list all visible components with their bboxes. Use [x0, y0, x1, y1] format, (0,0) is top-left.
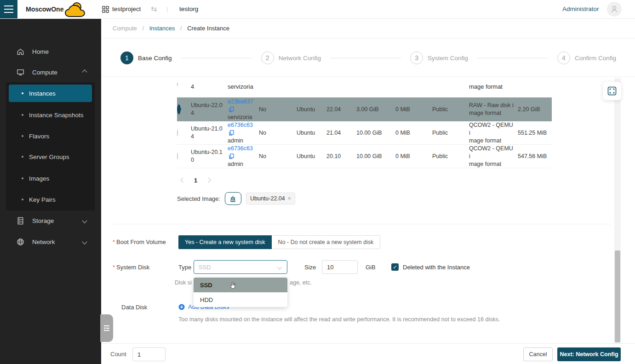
sidebar-item-label: Storage	[32, 217, 54, 224]
radio-button[interactable]	[177, 153, 178, 160]
delete-with-instance-label: Deleted with the Instance	[403, 264, 470, 271]
breadcrumb-instances-link[interactable]: Instances	[149, 25, 175, 32]
type-label: Type	[178, 264, 191, 271]
bullet-icon	[22, 92, 23, 94]
table-row-ubuntu-2104[interactable]: Ubuntu-21.04 e6736c63admin No Ubuntu 21.…	[177, 121, 552, 145]
sidebar-collapse-handle[interactable]	[100, 314, 113, 342]
avatar[interactable]	[607, 2, 622, 17]
step-network-config[interactable]: 2 Network Config	[261, 51, 321, 64]
sidebar-item-label: Server Groups	[29, 154, 69, 160]
copy-icon[interactable]	[229, 154, 234, 159]
image-visibility: Public	[432, 153, 469, 160]
image-id-link[interactable]: e6736c63	[228, 145, 253, 152]
org-name[interactable]: testorg	[179, 0, 198, 18]
step-label: Network Config	[279, 55, 321, 62]
bullet-icon	[22, 199, 23, 200]
sidebar-item-home[interactable]: Home	[0, 44, 101, 59]
scrollbar-thumb[interactable]	[615, 250, 620, 342]
size-label: Size	[304, 264, 316, 271]
image-owner: servizoria	[228, 83, 253, 90]
image-id-link[interactable]: e23ba637	[228, 98, 253, 105]
image-min-disk: 0 MiB	[395, 153, 432, 160]
bullet-icon	[22, 135, 23, 137]
sidebar-item-instance-snapshots[interactable]: Instance Snapshots	[9, 106, 92, 124]
disk-size-input[interactable]	[322, 260, 358, 274]
step-number: 2	[261, 51, 274, 64]
radio-button[interactable]	[177, 129, 178, 136]
image-owner: admin	[228, 137, 243, 144]
dropdown-option-ssd[interactable]: SSD	[194, 278, 287, 292]
network-globe-icon	[17, 238, 24, 246]
sidebar-item-label: Network	[32, 239, 55, 245]
tag-label: Ubuntu-22.04	[250, 195, 285, 202]
sidebar-item-flavors[interactable]: Flavors	[9, 127, 92, 145]
next-page-icon[interactable]	[204, 175, 213, 186]
footer-bar: Count Cancel Next: Network Config	[101, 343, 635, 364]
delete-with-instance-checkbox[interactable]: ✓	[391, 263, 399, 271]
table-row-ubuntu-2204[interactable]: Ubuntu-22.04 e23ba637servizoria No Ubunt…	[177, 97, 552, 121]
dropdown-option-hdd[interactable]: HDD	[194, 292, 287, 307]
radio-button[interactable]	[177, 83, 178, 87]
step-label: System Config	[428, 55, 468, 62]
copy-icon[interactable]	[229, 130, 234, 136]
hamburger-menu-icon[interactable]	[0, 0, 17, 18]
image-format-wrap: mage format	[469, 137, 501, 144]
required-mark: *	[113, 239, 115, 245]
sidebar-item-instances[interactable]: Instances	[9, 85, 92, 102]
step-base-config[interactable]: 1 Base Config	[120, 51, 172, 64]
image-os: Ubuntu	[297, 153, 326, 160]
remove-tag-icon[interactable]: ×	[288, 195, 291, 202]
sidebar-item-compute[interactable]: Compute	[0, 64, 101, 80]
sidebar-item-images[interactable]: Images	[9, 170, 92, 187]
sidebar-item-storage[interactable]: Storage	[0, 213, 101, 228]
prev-page-icon[interactable]	[178, 175, 188, 186]
image-protected: No	[259, 129, 297, 137]
next-network-config-button[interactable]: Next: Network Config	[557, 347, 621, 361]
sidebar-item-network[interactable]: Network	[0, 234, 101, 250]
boot-from-volume-toggle: Yes - Create a new system disk No - Do n…	[178, 235, 380, 249]
collapse-panel-icon	[103, 325, 110, 331]
boot-volume-no-button[interactable]: No - Do not create a new system disk	[272, 235, 381, 249]
disk-type-dropdown: SSD HDD	[194, 278, 287, 307]
step-confirm-config[interactable]: 4 Confirm Config	[557, 51, 616, 64]
image-format: RAW - Raw disk i	[469, 102, 514, 108]
image-owner: admin	[228, 161, 243, 167]
clear-selection-button[interactable]	[225, 192, 241, 205]
table-row-clipped[interactable]: 4 servizoria mage format	[177, 83, 552, 97]
user-role-link[interactable]: Administrator	[562, 0, 599, 18]
step-connector	[477, 58, 548, 58]
step-system-config[interactable]: 3 System Config	[410, 51, 468, 64]
selected-image-row: Selected Image: Ubuntu-22.04 ×	[177, 192, 295, 205]
switch-project-icon[interactable]: ⇆	[151, 0, 157, 18]
selected-image-tag: Ubuntu-22.04 ×	[246, 193, 295, 205]
radio-button-selected[interactable]	[177, 104, 181, 114]
image-format-wrap: mage format	[469, 110, 501, 116]
image-format-wrap: mage format	[469, 83, 503, 90]
bullet-icon	[22, 177, 23, 179]
sidebar-item-key-pairs[interactable]: Key Pairs	[9, 191, 92, 208]
boot-volume-yes-button[interactable]: Yes - Create a new system disk	[178, 235, 272, 249]
page-number[interactable]: 1	[194, 177, 197, 184]
broom-icon	[229, 195, 236, 202]
image-id-link[interactable]: e6736c63	[228, 122, 253, 128]
check-icon: ✓	[393, 264, 397, 270]
breadcrumb-current: Create Instance	[187, 25, 229, 32]
image-format: QCOW2 - QEMU i	[469, 122, 513, 136]
plus-circle-icon	[178, 304, 185, 310]
step-number: 3	[410, 51, 423, 64]
cancel-button[interactable]: Cancel	[523, 347, 553, 361]
breadcrumb-compute: Compute	[113, 25, 137, 32]
project-name[interactable]: testproject	[112, 0, 141, 18]
step-label: Base Config	[138, 55, 172, 62]
pagination: 1	[178, 175, 213, 186]
copy-icon[interactable]	[229, 107, 234, 112]
fullscreen-button[interactable]	[603, 82, 621, 100]
step-number: 4	[557, 51, 570, 64]
sidebar-item-server-groups[interactable]: Server Groups	[9, 148, 92, 165]
system-disk-label: *System Disk	[113, 264, 149, 271]
disk-type-select[interactable]: SSD	[194, 260, 287, 274]
table-row-ubuntu-2010[interactable]: Ubuntu-20.10 e6736c63admin No Ubuntu 20.…	[177, 145, 552, 168]
count-input[interactable]	[132, 347, 166, 361]
fullscreen-icon	[607, 86, 617, 96]
breadcrumb-separator: /	[180, 25, 182, 32]
